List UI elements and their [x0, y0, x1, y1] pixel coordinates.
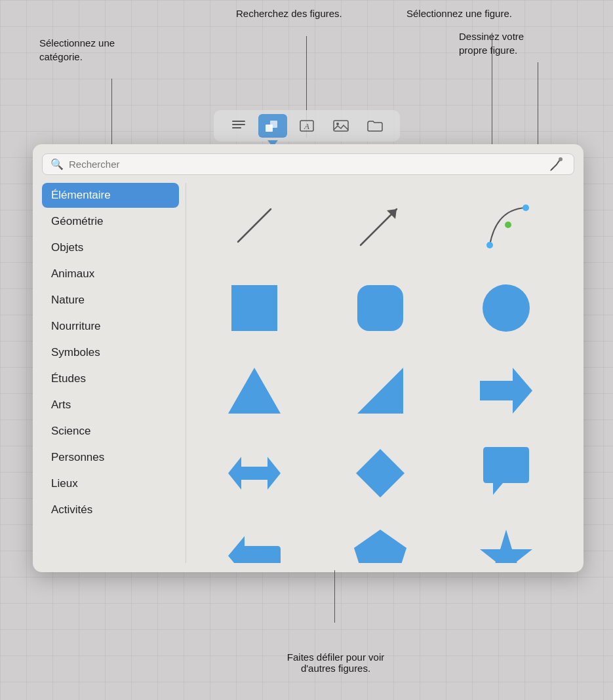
shape-right-triangle[interactable] [323, 355, 438, 427]
sidebar-item-arts[interactable]: Arts [42, 393, 179, 418]
sidebar-item-nature[interactable]: Nature [42, 288, 179, 313]
svg-marker-23 [356, 449, 405, 497]
sidebar-item-geometrie[interactable]: Géométrie [42, 209, 179, 234]
line-figure [492, 33, 492, 144]
pen-icon [547, 155, 566, 174]
svg-line-10 [238, 209, 271, 242]
sidebar-item-science[interactable]: Science [42, 419, 179, 444]
shape-arrow[interactable] [323, 189, 438, 262]
svg-rect-16 [231, 285, 277, 331]
svg-point-15 [523, 204, 529, 211]
annotation-select-figure: Sélectionnez une figure. [406, 7, 512, 20]
toolbar-text-button[interactable] [224, 114, 253, 138]
draw-button[interactable] [545, 153, 568, 176]
shape-circle[interactable] [448, 272, 564, 344]
svg-marker-24 [354, 530, 406, 563]
shape-square[interactable] [197, 272, 312, 344]
toolbar-shapes-button[interactable] [258, 114, 287, 138]
shape-rounded-square[interactable] [323, 272, 438, 344]
svg-marker-22 [228, 457, 281, 490]
annotation-scroll: Faites défiler pour voird'autres figures… [287, 651, 384, 674]
svg-point-9 [559, 157, 563, 161]
textbox-icon: A [298, 118, 315, 134]
text-list-icon [230, 119, 247, 133]
line-category [111, 79, 112, 154]
sidebar-item-nourriture[interactable]: Nourriture [42, 314, 179, 339]
shapes-grid [186, 183, 574, 563]
toolbar-media-button[interactable] [326, 114, 355, 138]
shape-diamond[interactable] [323, 437, 438, 509]
line-draw [538, 62, 538, 149]
shapes-panel: 🔍 Élémentaire Géométrie Objets Animaux N… [33, 144, 583, 572]
shape-left-arrow-box[interactable] [197, 520, 312, 563]
shape-triangle[interactable] [197, 355, 312, 427]
shape-arrow-right[interactable] [448, 355, 564, 427]
shape-pentagon[interactable] [323, 520, 438, 563]
svg-rect-4 [270, 121, 277, 128]
sidebar-item-symboles[interactable]: Symboles [42, 340, 179, 365]
svg-rect-7 [334, 121, 348, 131]
shape-star[interactable] [448, 520, 564, 563]
svg-point-18 [483, 284, 530, 332]
sidebar-item-personnes[interactable]: Personnes [42, 445, 179, 470]
shape-speech-bubble[interactable] [448, 437, 564, 509]
svg-marker-21 [480, 368, 532, 414]
sidebar-item-activites[interactable]: Activités [42, 497, 179, 522]
svg-point-13 [486, 242, 493, 248]
toolbar: A [214, 110, 400, 142]
svg-marker-25 [480, 530, 532, 563]
search-bar: 🔍 [42, 153, 574, 175]
svg-marker-20 [357, 368, 403, 414]
svg-marker-19 [228, 368, 281, 414]
annotation-search: Recherchez des figures. [236, 7, 342, 20]
sidebar: Élémentaire Géométrie Objets Animaux Nat… [42, 183, 186, 563]
sidebar-item-animaux[interactable]: Animaux [42, 262, 179, 286]
content-area: Élémentaire Géométrie Objets Animaux Nat… [42, 183, 574, 563]
shapes-icon [264, 118, 281, 134]
shape-arrow-left-right[interactable] [197, 437, 312, 509]
sidebar-item-lieux[interactable]: Lieux [42, 471, 179, 496]
sidebar-item-objets[interactable]: Objets [42, 235, 179, 260]
shape-line[interactable] [197, 189, 312, 262]
toolbar-folder-button[interactable] [361, 114, 389, 138]
svg-rect-17 [357, 285, 403, 331]
svg-text:A: A [304, 121, 309, 131]
annotation-category: Sélectionnez unecatégorie. [39, 36, 115, 64]
media-icon [332, 118, 349, 134]
toolbar-textbox-button[interactable]: A [292, 114, 321, 138]
sidebar-item-etudes[interactable]: Études [42, 366, 179, 391]
search-icon: 🔍 [50, 158, 64, 170]
sidebar-item-elementaire[interactable]: Élémentaire [42, 183, 179, 208]
svg-rect-0 [232, 121, 245, 122]
shape-curve[interactable] [448, 189, 564, 262]
svg-point-14 [505, 222, 511, 228]
search-input[interactable] [69, 159, 566, 170]
svg-point-8 [336, 123, 339, 125]
svg-rect-1 [232, 124, 245, 125]
line-scroll [334, 570, 335, 623]
folder-icon [366, 118, 384, 134]
svg-rect-2 [232, 127, 241, 128]
